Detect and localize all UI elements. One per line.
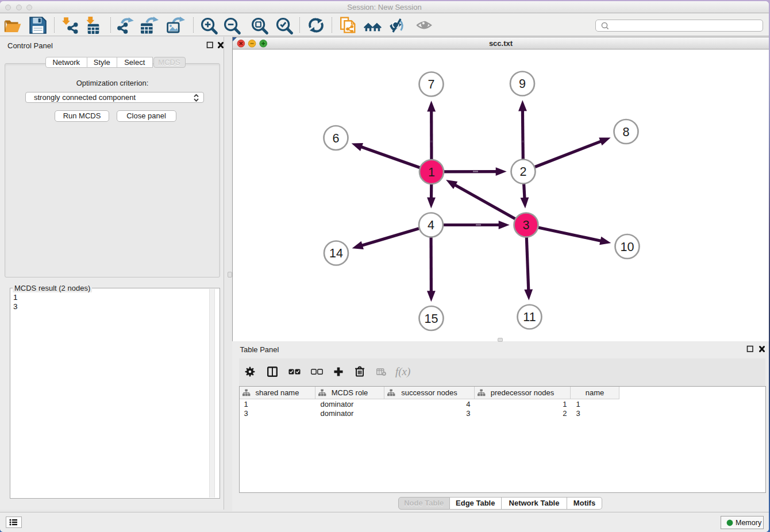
svg-text:4: 4 [428, 218, 434, 232]
svg-text:15: 15 [425, 312, 438, 326]
svg-text:10: 10 [621, 240, 634, 254]
svg-text:14: 14 [329, 246, 343, 260]
svg-text:3: 3 [523, 218, 530, 232]
svg-text:9: 9 [519, 77, 526, 91]
svg-text:6: 6 [333, 132, 340, 145]
svg-text:7: 7 [428, 78, 435, 91]
svg-text:2: 2 [520, 165, 527, 179]
svg-text:1: 1 [428, 165, 435, 179]
svg-text:11: 11 [523, 310, 536, 324]
svg-text:8: 8 [623, 125, 630, 139]
